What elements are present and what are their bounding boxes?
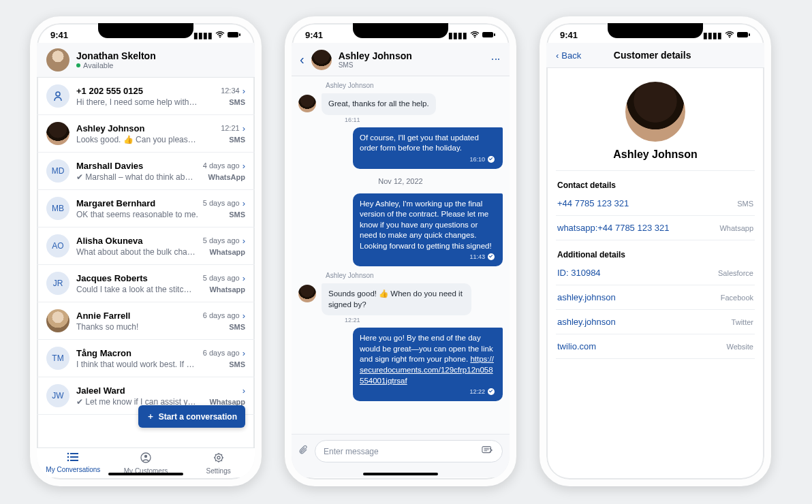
status-time: 9:41 — [560, 30, 578, 40]
conv-name: Alisha Okuneva — [76, 236, 143, 246]
conv-preview: OK that seems reasonable to me. — [76, 210, 198, 219]
back-button[interactable]: ‹ — [300, 52, 304, 67]
detail-value: ID: 310984 — [557, 268, 601, 278]
presence-dot-icon — [76, 63, 80, 67]
signal-icon: ▮▮▮▮ — [703, 31, 722, 40]
user-avatar[interactable] — [46, 48, 69, 72]
conv-name: Tång Macron — [76, 348, 131, 358]
chevron-right-icon: › — [243, 236, 245, 246]
details-body: Ashley Johnson Contact details +44 7785 … — [546, 68, 764, 477]
home-indicator — [108, 473, 183, 475]
svg-point-8 — [67, 460, 69, 462]
additional-detail-row[interactable]: ID: 310984Salesforce — [556, 261, 755, 285]
svg-rect-1 — [228, 32, 238, 37]
svg-rect-5 — [70, 453, 78, 454]
conv-preview: ✔ Marshall – what do think ab… — [76, 172, 193, 182]
conv-time: 6 days ago › — [203, 311, 245, 321]
signal-icon: ▮▮▮▮ — [448, 31, 467, 40]
conversation-row[interactable]: Ashley Johnson12:21 ›Looks good. 👍 Can y… — [37, 115, 255, 153]
conversation-row[interactable]: JRJacques Roberts5 days ago ›Could I tak… — [37, 265, 255, 302]
detail-source: SMS — [737, 200, 753, 208]
chat-header: ‹ Ashley Johnson SMS ⋮ — [292, 43, 510, 76]
plus-icon: ＋ — [146, 411, 155, 422]
svg-rect-9 — [70, 460, 78, 461]
message-timestamp: 12:22 — [360, 388, 496, 396]
contact-detail-row[interactable]: +44 7785 123 321SMS — [556, 191, 755, 216]
section-additional-details: Additional details — [557, 250, 753, 259]
conversation-row[interactable]: +1 202 555 012512:34 ›Hi there, I need s… — [37, 78, 255, 115]
send-icon[interactable] — [482, 445, 494, 457]
message-bubble: Hey Ashley, I'm working up the final ver… — [353, 193, 503, 267]
home-indicator — [363, 473, 438, 475]
tab-my-customers[interactable]: My Customers — [110, 452, 183, 475]
attachment-icon[interactable] — [298, 445, 309, 458]
user-name: Jonathan Skelton — [76, 50, 156, 61]
contact-avatar — [298, 95, 316, 112]
svg-point-6 — [67, 456, 69, 458]
conv-preview: Hi there, I need some help with my o… — [76, 97, 199, 107]
conv-name: Jaleel Ward — [76, 385, 125, 396]
chevron-right-icon: › — [243, 198, 245, 208]
conv-channel: SMS — [229, 360, 245, 368]
svg-point-11 — [144, 455, 147, 458]
svg-rect-20 — [749, 33, 750, 36]
phone-conversations: 9:41 ▮▮▮▮ Jonathan Skelton Available +1 … — [30, 16, 262, 486]
message-outgoing: Of course, I'll get you that updated ord… — [298, 127, 503, 169]
status-time: 9:41 — [50, 30, 68, 40]
chat-channel: SMS — [339, 61, 484, 69]
message-timestamp: 11:43 — [360, 253, 496, 261]
svg-point-18 — [729, 36, 730, 37]
additional-detail-row[interactable]: ashley.johnsonTwitter — [556, 310, 755, 334]
tab-settings[interactable]: Settings — [182, 452, 255, 475]
svg-rect-16 — [494, 33, 495, 36]
chat-messages[interactable]: Ashley JohnsonGreat, thanks for all the … — [292, 76, 510, 434]
additional-detail-row[interactable]: ashley.johnsonFacebook — [556, 285, 755, 310]
conv-name: Jacques Roberts — [76, 273, 148, 283]
conversation-row[interactable]: MDMarshall Davies4 days ago ›✔ Marshall … — [37, 153, 255, 190]
conv-time: 6 days ago › — [203, 348, 245, 358]
contact-avatar[interactable] — [311, 50, 332, 70]
message-bubble: Great, thanks for all the help. — [322, 93, 436, 115]
conversation-list[interactable]: +1 202 555 012512:34 ›Hi there, I need s… — [37, 78, 255, 447]
detail-source: Twitter — [732, 318, 753, 326]
conv-preview: Could I take a look at the stitc… — [76, 285, 191, 294]
status-icons: ▮▮▮▮ — [703, 31, 751, 40]
additional-detail-row[interactable]: twilio.comWebsite — [556, 334, 755, 359]
conv-channel: WhatsApp — [208, 173, 245, 181]
message-bubble: Here you go! By the end of the day would… — [353, 328, 503, 401]
start-conversation-button[interactable]: ＋ Start a conversation — [138, 405, 245, 428]
conversation-row[interactable]: MBMargaret Bernhard5 days ago ›OK that s… — [37, 190, 255, 227]
message-timestamp: 12:21 — [345, 317, 471, 324]
message-bubble: Of course, I'll get you that updated ord… — [353, 127, 503, 169]
message-bubble: Sounds good! 👍 When do you need it signe… — [322, 283, 471, 315]
conv-name: Margaret Bernhard — [76, 198, 155, 208]
chevron-right-icon: › — [243, 273, 245, 283]
conversation-row[interactable]: AOAlisha Okuneva5 days ago ›What about a… — [37, 227, 255, 265]
more-menu-icon[interactable]: ⋮ — [490, 54, 501, 64]
header-user: Jonathan Skelton Available — [37, 43, 255, 78]
message-timestamp: 16:10 — [360, 155, 496, 163]
contact-detail-row[interactable]: whatsapp:+44 7785 123 321Whatsapp — [556, 216, 755, 240]
back-button[interactable]: ‹ Back — [556, 50, 581, 61]
tab-my-conversations[interactable]: My Conversations — [37, 452, 110, 475]
message-timestamp: 16:11 — [345, 116, 436, 123]
message-input[interactable]: Enter message — [315, 440, 503, 462]
status-time: 9:41 — [305, 30, 323, 40]
conv-name: +1 202 555 0125 — [76, 86, 143, 96]
conversation-row[interactable]: Annie Farrell6 days ago ›Thanks so much!… — [37, 302, 255, 340]
conv-channel: Whatsapp — [209, 248, 245, 256]
sender-label: Ashley Johnson — [326, 82, 503, 89]
conversation-row[interactable]: TMTång Macron6 days ago ›I think that wo… — [37, 340, 255, 377]
detail-value: ashley.johnson — [557, 292, 616, 302]
contact-avatar-initials: JR — [46, 272, 69, 295]
conv-time: 5 days ago › — [203, 198, 245, 208]
conv-preview: Looks good. 👍 Can you please remin… — [76, 135, 199, 144]
customer-name: Ashley Johnson — [556, 148, 755, 171]
section-contact-details: Contact details — [557, 180, 753, 190]
message-link[interactable]: https://securedocuments.com/129cfrp12n05… — [360, 355, 494, 384]
svg-rect-19 — [737, 32, 748, 37]
chat-contact-name: Ashley Johnson — [339, 50, 484, 61]
svg-rect-15 — [482, 32, 493, 37]
gear-icon — [213, 452, 224, 466]
delivered-icon — [488, 253, 495, 260]
